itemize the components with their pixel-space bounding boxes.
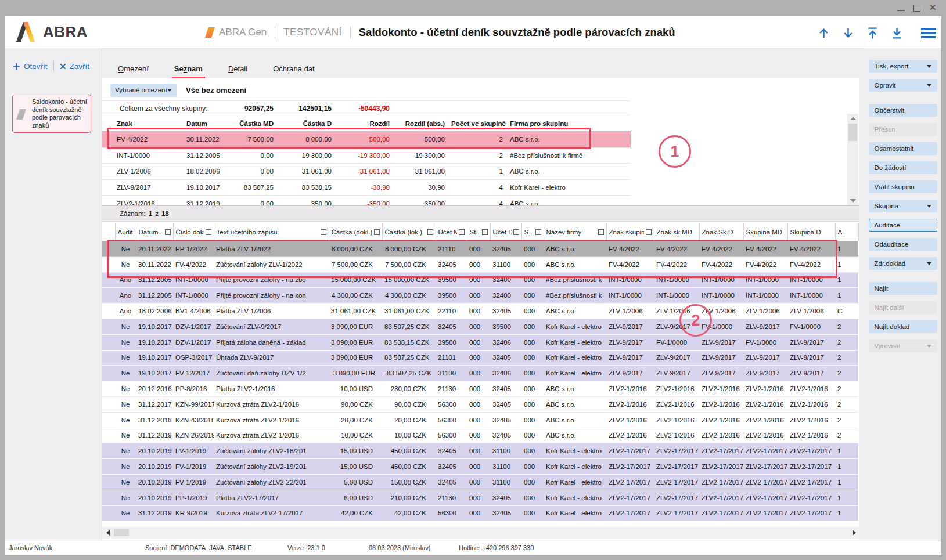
journal-col-et-md[interactable]: Účet MD [436,223,467,241]
scrollbar-thumb[interactable] [114,529,129,536]
filter-checkbox-icon[interactable] [427,229,433,235]
action-naj-t-doklad[interactable]: Najít doklad [869,320,937,333]
menu-icon[interactable] [921,28,936,38]
tab-ochrana-dat[interactable]: Ochrana dat [273,64,315,78]
journal-cell: 450,00 CZK [382,443,436,459]
filter-checkbox-icon[interactable] [206,229,211,235]
action-odauditace[interactable]: Odauditace [869,238,937,251]
journal-row[interactable]: Ne20.10.2019FV-1/2019Zúčtování zálohy ZL… [102,459,858,475]
action-auditace[interactable]: Auditace [869,219,937,232]
journal-horizontal-scrollbar[interactable] [102,527,859,539]
action-skupina[interactable]: Skupina [869,200,937,212]
action-osamostatnit[interactable]: Osamostatnit [869,142,937,155]
groups-col-firma-pro-skupinu[interactable]: Firma pro skupinu [509,115,631,132]
journal-cell: ZLV2-1/2016 [787,428,835,443]
journal-row[interactable]: Ano18.02.2006BV1-4/2006Platba ZLV-1/2006… [102,304,858,319]
selected-restriction-dropdown[interactable]: Vybrané omezení [110,84,177,97]
scroll-up-icon[interactable] [847,114,858,122]
arrow-down-icon[interactable] [841,26,855,41]
groups-col-znak[interactable]: Znak [102,115,178,132]
journal-row[interactable]: Ne31.12.2019KR-9/2019Kurzová ztráta ZLV2… [102,505,858,521]
filter-checkbox-icon[interactable] [321,229,326,235]
filter-checkbox-icon[interactable] [459,229,465,235]
groups-col-stka-d[interactable]: Částka D [279,115,337,132]
journal-row[interactable]: Ne31.12.2017KZN-99/2017Kurzová ztráta ZL… [102,396,858,412]
row-gutter [102,272,115,288]
action-opravit[interactable]: Opravit [869,79,937,92]
groups-col-rozd-l-abs[interactable]: Rozdíl (abs.) [395,115,451,132]
action-zdr-doklad[interactable]: Zdr.doklad [869,257,937,270]
minimize-icon[interactable] [896,3,907,13]
groups-vertical-scrollbar[interactable] [847,114,858,205]
journal-row[interactable]: Ne30.11.2022FV-4/2022Zúčtování zálohy ZL… [102,256,858,272]
arrow-down-to-bottom-icon[interactable] [890,26,904,41]
filter-checkbox-icon[interactable] [374,229,380,235]
journal-col-skupina-md[interactable]: Skupina MD [743,223,787,241]
journal-row[interactable]: Ne19.10.2017DZV-1/2017Zúčtování ZLV-9/20… [102,319,858,334]
journal-col-skupina-d[interactable]: Skupina D [787,223,835,241]
journal-row[interactable]: Ne19.10.2017OSP-3/2017Úhrada ZLV-9/20173… [102,350,858,366]
journal-col-znak-sk-d[interactable]: Znak Sk.D [699,223,743,241]
journal-col-s[interactable]: S.. [521,223,544,241]
close-window-button[interactable]: Zavřít [60,62,90,71]
journal-row[interactable]: Ne20.10.2019PP-1/2019Platba ZLV2-17/2017… [102,490,858,505]
groups-col-rozd-l[interactable]: Rozdíl [337,115,395,132]
journal-col-text-etn-ho-z-pisu[interactable]: Text účetního zápisu [214,223,329,241]
journal-row[interactable]: Ne20.12.2016PP-8/2016Platba ZLV2-1/20161… [102,381,858,397]
journal-col-et-d[interactable]: Účet D [490,223,521,241]
journal-col-slo-dokladu[interactable]: Číslo dokladu [173,223,214,241]
journal-col-znak-sk-md[interactable]: Znak sk.MD [654,223,699,241]
scroll-right-icon[interactable] [850,527,859,539]
action-naj-t[interactable]: Najít [869,282,937,295]
arrow-up-icon[interactable] [816,26,831,41]
action-tisk-export[interactable]: Tisk, export [869,60,937,73]
open-button[interactable]: Otevřít [13,62,48,71]
journal-row[interactable]: Ne20.11.2022PP-1/2022Platba ZLV-1/20228 … [102,241,858,257]
filter-checkbox-icon[interactable] [646,229,652,235]
window-titlebar[interactable]: ✕ [0,0,946,16]
group-row[interactable]: ZLV-1/200618.02.20060,0031 061,00-31 061… [102,164,631,180]
journal-row[interactable]: Ano31.12.2005INT-1/0000Přijté provozní z… [102,288,858,304]
filter-checkbox-icon[interactable] [513,229,519,235]
journal-row[interactable]: Ne19.10.2017FV-12/2017Zúčtování daň.zálo… [102,366,858,381]
filter-checkbox-icon[interactable] [482,229,488,235]
journal-row[interactable]: Ne31.12.2019KZN-26/2019Kurzová ztráta ZL… [102,428,858,443]
journal-col-audit[interactable]: Audit [115,223,136,241]
action-do-dost[interactable]: Do žádostí [869,161,937,174]
tab-omezen[interactable]: Omezení [118,64,149,78]
journal-col-st[interactable]: St... [467,223,490,241]
journal-row[interactable]: Ne20.10.2019FV-1/2019Zúčtování zálohy ZL… [102,443,858,459]
journal-col-stka-lok[interactable]: Částka (lok.) [382,223,436,241]
close-icon[interactable]: ✕ [929,3,940,13]
action-ob-erstvit[interactable]: Občerstvit [869,104,937,117]
action-vr-tit-skupinu[interactable]: Vrátit skupinu [869,180,937,193]
journal-col-n-zev-firmy[interactable]: Název firmy [544,223,606,241]
filter-checkbox-icon[interactable] [165,229,171,235]
journal-col-a[interactable]: A [835,223,858,241]
maximize-icon[interactable] [912,3,922,13]
filter-checkbox-icon[interactable] [598,229,604,235]
open-window-tile[interactable]: Saldokonto - účetní deník souvztažně pod… [12,95,91,133]
tab-detail[interactable]: Detail [228,64,247,78]
group-row[interactable]: FV-4/202230.11.20227 500,008 000,00-500,… [102,132,631,148]
filter-checkbox-icon[interactable] [535,229,541,235]
scroll-left-icon[interactable] [103,527,113,539]
group-row[interactable]: INT-1/000031.12.20050,0019 300,00-19 300… [102,147,631,164]
groups-col-datum[interactable]: Datum [178,115,224,132]
journal-col-datum[interactable]: Datum... [136,223,173,241]
journal-cell: ZLV2-1/2016 [654,412,699,428]
journal-col-stka-dokl[interactable]: Částka (dokl.) [329,223,382,241]
arrow-up-to-top-icon[interactable] [865,26,880,41]
tab-seznam[interactable]: Seznam [174,64,203,78]
group-row[interactable]: ZLV-9/201719.10.201783 507,2583 538,15-3… [102,179,631,196]
groups-col-stka-md[interactable]: Částka MD [224,115,279,132]
journal-row[interactable]: Ano31.12.2005INT-1/0000Přijté provozní z… [102,272,858,288]
scroll-down-icon[interactable] [847,196,858,205]
scrollbar-thumb[interactable] [848,124,857,141]
journal-row[interactable]: Ne31.12.2018KZN-43/2018Kurzová ztráta ZL… [102,412,858,428]
journal-row[interactable]: Ne19.10.2017DZV-1/2017Přijatá záloha dan… [102,334,858,350]
journal-row[interactable]: Ne20.10.2019FV-1/2019Zúčtování zálohy ZL… [102,474,858,490]
groups-col-po-et-ve-skupin[interactable]: Počet ve skupině [451,115,509,132]
app-name[interactable]: ABRA Gen [219,27,267,38]
journal-col-znak-skupiny[interactable]: Znak skupiny [606,223,654,241]
